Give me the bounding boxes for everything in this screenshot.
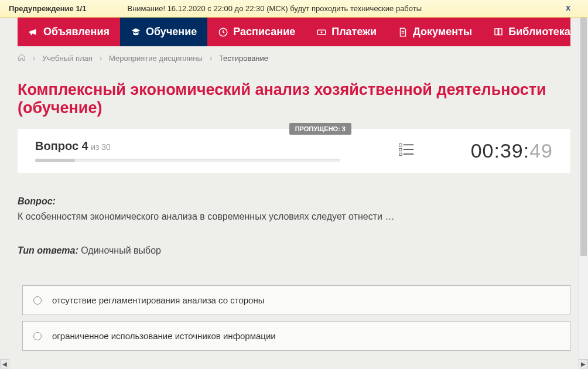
- megaphone-icon: [28, 27, 39, 37]
- question-text: К особенностям экономического анализа в …: [18, 211, 570, 222]
- chevron-right-icon: [208, 54, 213, 63]
- answer-option[interactable]: отсутствие регламентирования анализа со …: [22, 285, 570, 315]
- question-progress: Вопрос 4 из 30 ПРОПУЩЕНО: 3: [35, 139, 351, 162]
- chevron-right-icon: [98, 54, 103, 63]
- graduation-cap-icon: [131, 27, 141, 37]
- home-icon[interactable]: [18, 53, 26, 63]
- answer-type-label: Тип ответа:: [18, 245, 78, 255]
- warning-text: Внимание! 16.12.2020 с 22:00 до 22:30 (М…: [127, 4, 422, 13]
- answer-option[interactable]: ограниченное использование источников ин…: [22, 321, 570, 351]
- nav-learning[interactable]: Обучение: [120, 18, 207, 46]
- warning-bar: Предупреждение 1/1 Внимание! 16.12.2020 …: [0, 0, 588, 18]
- nav-label: Библиотека: [508, 26, 570, 38]
- nav-announcements[interactable]: Объявления: [18, 18, 120, 46]
- nav-label: Расписание: [233, 26, 295, 38]
- answer-type-value: Одиночный выбор: [81, 245, 161, 255]
- nav-label: Обучение: [146, 26, 197, 38]
- progress-fill: [35, 159, 75, 162]
- money-icon: [316, 27, 327, 37]
- svg-point-2: [321, 31, 323, 33]
- answers-list: отсутствие регламентирования анализа со …: [0, 256, 588, 351]
- nav-documents[interactable]: Документы: [387, 18, 483, 46]
- answer-text: ограниченное использование источников ин…: [52, 331, 276, 341]
- skipped-badge: ПРОПУЩЕНО: 3: [289, 123, 351, 135]
- question-section: Вопрос: К особенностям экономического ан…: [0, 173, 588, 256]
- timer: 00:39:49: [471, 139, 553, 162]
- page-title: Комплексный экономический анализ хозяйст…: [0, 70, 588, 129]
- clock-icon: [218, 27, 228, 37]
- question-number: Вопрос 4: [35, 139, 88, 152]
- nav-label: Документы: [413, 26, 472, 38]
- nav-bar: Объявления Обучение Расписание Платежи Д…: [18, 18, 570, 46]
- nav-schedule[interactable]: Расписание: [207, 18, 306, 46]
- nav-label: Объявления: [43, 26, 110, 38]
- progress-bar: [35, 159, 340, 162]
- nav-library[interactable]: Библиотека: [483, 18, 588, 46]
- timer-main: 00:39:: [471, 139, 530, 162]
- answer-text: отсутствие регламентирования анализа со …: [52, 295, 265, 305]
- scroll-left-icon[interactable]: ◀: [0, 359, 9, 368]
- radio-icon[interactable]: [33, 296, 42, 305]
- chevron-right-icon: [32, 54, 36, 63]
- breadcrumb: Учебный план Мероприятие дисциплины Тест…: [0, 46, 588, 70]
- question-heading: Вопрос:: [18, 196, 570, 207]
- breadcrumb-item[interactable]: Мероприятие дисциплины: [109, 54, 203, 63]
- status-panel: Вопрос 4 из 30 ПРОПУЩЕНО: 3 00:39:49: [18, 129, 570, 173]
- nav-label: Платежи: [331, 26, 377, 38]
- radio-icon[interactable]: [33, 332, 42, 340]
- svg-rect-3: [399, 144, 402, 146]
- timer-seconds: 49: [529, 139, 553, 162]
- question-total: из 30: [91, 142, 111, 152]
- book-icon: [493, 27, 504, 37]
- question-list-icon[interactable]: [398, 142, 415, 160]
- warning-title: Предупреждение 1/1: [9, 4, 86, 13]
- close-icon[interactable]: x: [566, 3, 570, 12]
- svg-rect-7: [399, 153, 402, 155]
- scroll-right-icon[interactable]: ▶: [579, 359, 588, 368]
- scrollbar-vertical[interactable]: [579, 18, 588, 358]
- svg-rect-5: [399, 148, 402, 151]
- scrollbar-thumb[interactable]: [580, 18, 587, 256]
- breadcrumb-item[interactable]: Учебный план: [42, 54, 93, 63]
- document-icon: [398, 27, 408, 37]
- nav-payments[interactable]: Платежи: [306, 18, 387, 46]
- breadcrumb-item-current: Тестирование: [219, 54, 268, 63]
